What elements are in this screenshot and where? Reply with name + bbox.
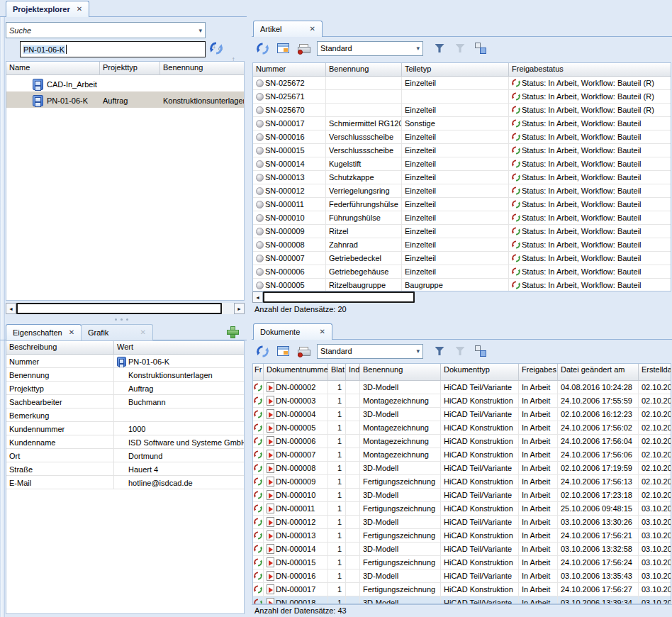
- column-header-blatt[interactable]: Blat: [328, 364, 346, 380]
- dokument-row[interactable]: DN-000010 1 3D-Modell HiCAD Teil/Variant…: [253, 489, 671, 502]
- tree-row[interactable]: CAD-In_Arbeit: [6, 75, 244, 91]
- dokument-row[interactable]: DN-000012 1 3D-Modell HiCAD Teil/Variant…: [253, 516, 671, 529]
- chevron-down-icon[interactable]: ▾: [416, 348, 420, 355]
- artikel-row[interactable]: SN-000017 Schmiermittel RG120 Sonstige S…: [253, 117, 671, 130]
- artikel-row[interactable]: SN-025670 Einzelteil Status: In Arbeit, …: [253, 104, 671, 117]
- property-row[interactable]: E-Mail hotline@isdcad.de: [6, 476, 244, 489]
- artikel-row[interactable]: SN-000014 Kugelstift Einzelteil Status: …: [253, 157, 671, 171]
- close-icon[interactable]: ✕: [320, 328, 325, 335]
- dokument-row[interactable]: DN-000017 1 Fertigungszeichnung HiCAD Ko…: [253, 583, 671, 596]
- search-combo[interactable]: Suche ▾: [6, 22, 206, 38]
- print-button[interactable]: [295, 343, 312, 360]
- close-icon[interactable]: ✕: [77, 6, 82, 13]
- print-button[interactable]: [295, 40, 312, 57]
- scroll-right-button[interactable]: ►: [234, 303, 245, 314]
- add-tab-button[interactable]: [227, 326, 237, 337]
- artikel-row[interactable]: SN-000012 Verriegelungsring Einzelteil S…: [253, 184, 671, 198]
- dokument-row[interactable]: DN-000008 1 3D-Modell HiCAD Teil/Variant…: [253, 462, 671, 475]
- dokument-row[interactable]: DN-000006 1 Montagezeichnung HiCAD Konst…: [253, 435, 671, 448]
- dokument-row[interactable]: DN-000016 1 3D-Modell HiCAD Teil/Variant…: [253, 569, 671, 583]
- close-icon[interactable]: ✕: [69, 329, 74, 336]
- dokument-row[interactable]: DN-000011 1 Fertigungszeichnung HiCAD Ko…: [253, 502, 671, 516]
- close-icon[interactable]: ✕: [310, 26, 315, 33]
- dokument-row[interactable]: DN-000007 1 Montagezeichnung HiCAD Konst…: [253, 448, 671, 462]
- column-header-dokumenttyp[interactable]: Dokumenttyp: [441, 364, 519, 380]
- column-header-benennung[interactable]: Benennung: [160, 62, 244, 74]
- dokument-row[interactable]: DN-000003 1 Montagezeichnung HiCAD Konst…: [253, 394, 671, 408]
- property-row[interactable]: Sachbearbeiter Buchmann: [6, 395, 244, 408]
- filter-button[interactable]: [431, 40, 448, 57]
- scrollbar-track[interactable]: [222, 303, 234, 314]
- artikel-row[interactable]: SN-000011 Federführungshülse Einzelteil …: [253, 198, 671, 211]
- tab-projektexplorer[interactable]: Projektexplorer ✕: [6, 1, 89, 17]
- refresh-button[interactable]: [210, 42, 223, 56]
- column-header-benennung[interactable]: Benennung: [360, 364, 441, 380]
- link-structure-button[interactable]: [472, 343, 489, 360]
- property-row[interactable]: Projekttyp Auftrag: [6, 382, 244, 395]
- scrollbar-thumb[interactable]: [16, 303, 222, 314]
- filter-button[interactable]: [431, 343, 448, 360]
- result-window-button[interactable]: [274, 40, 291, 57]
- dokument-row[interactable]: DN-000004 1 3D-Modell HiCAD Teil/Variant…: [253, 408, 671, 421]
- artikel-row[interactable]: SN-000005 Ritzelbaugruppe Baugruppe Stat…: [253, 279, 671, 291]
- property-row[interactable]: Kundenname ISD Software und Systeme GmbH: [6, 435, 244, 449]
- artikel-row[interactable]: SN-025672 Einzelteil Status: In Arbeit, …: [253, 77, 671, 90]
- scrollbar-thumb[interactable]: [263, 291, 415, 303]
- column-header-name[interactable]: Name: [6, 62, 100, 74]
- artikel-row[interactable]: SN-000006 Getriebegehäuse Einzelteil Sta…: [253, 265, 671, 279]
- close-icon[interactable]: ✕: [140, 329, 146, 336]
- column-header-freigabestatus[interactable]: Freigabestatus: [509, 63, 671, 76]
- artikel-row[interactable]: SN-000015 Verschlussscheibe Einzelteil S…: [253, 144, 671, 157]
- column-header-teiletyp[interactable]: Teiletyp: [402, 63, 509, 76]
- dokument-row[interactable]: DN-000015 1 Fertigungszeichnung HiCAD Ko…: [253, 556, 671, 569]
- dokument-row[interactable]: DN-000014 1 3D-Modell HiCAD Teil/Variant…: [253, 543, 671, 556]
- column-header-dokumentnummer[interactable]: Dokumentnummer: [264, 364, 328, 380]
- column-header-benennung[interactable]: Benennung: [326, 63, 402, 76]
- refresh-button[interactable]: [254, 343, 271, 360]
- tree-row[interactable]: PN-01-06-K Auftrag Konstruktionsunterlag…: [6, 91, 244, 108]
- tree-horizontal-scrollbar[interactable]: ◄ ►: [6, 303, 245, 314]
- artikel-horizontal-scrollbar[interactable]: ◄: [252, 291, 422, 303]
- search-input[interactable]: PN-01-06-K: [20, 41, 206, 57]
- dokument-row[interactable]: DN-000002 1 3D-Modell HiCAD Teil/Variant…: [253, 381, 671, 394]
- clear-filter-button[interactable]: [452, 40, 469, 57]
- refresh-button[interactable]: [254, 40, 271, 57]
- horizontal-splitter-grip[interactable]: [115, 318, 117, 321]
- column-header-index[interactable]: Ind: [346, 364, 360, 380]
- scroll-left-button[interactable]: ◄: [6, 303, 16, 314]
- column-header-freigabe-icon[interactable]: Fr: [253, 364, 264, 380]
- column-header-beschreibung[interactable]: Beschreibung: [6, 341, 114, 354]
- link-structure-button[interactable]: [472, 40, 489, 57]
- property-row[interactable]: Ort Dortmund: [6, 449, 244, 462]
- artikel-row[interactable]: SN-000016 Verschlussscheibe Einzelteil S…: [253, 130, 671, 144]
- result-view-combo[interactable]: Standard ▾: [317, 344, 423, 359]
- artikel-row[interactable]: SN-025671 Status: In Arbeit, Workflow: B…: [253, 90, 671, 104]
- property-row[interactable]: Nummer PN-01-06-K: [6, 355, 244, 368]
- dokument-row[interactable]: DN-000005 1 Montagezeichnung HiCAD Konst…: [253, 421, 671, 435]
- tab-eigenschaften[interactable]: Eigenschaften ✕: [6, 324, 82, 340]
- tab-artikel[interactable]: Artikel ✕: [253, 21, 323, 37]
- chevron-down-icon[interactable]: ▾: [198, 27, 202, 34]
- artikel-row[interactable]: SN-000010 Führungshülse Einzelteil Statu…: [253, 211, 671, 225]
- property-row[interactable]: Kundennummer 1000: [6, 422, 244, 435]
- column-header-projekttyp[interactable]: Projekttyp: [100, 62, 160, 74]
- artikel-row[interactable]: SN-000007 Getriebedeckel Einzelteil Stat…: [253, 252, 671, 265]
- result-window-button[interactable]: [274, 343, 291, 360]
- clear-filter-button[interactable]: [452, 343, 469, 360]
- dokument-row[interactable]: DN-000009 1 Fertigungszeichnung HiCAD Ko…: [253, 475, 671, 489]
- artikel-row[interactable]: SN-000008 Zahnrad Einzelteil Status: In …: [253, 238, 671, 252]
- scroll-left-button[interactable]: ◄: [252, 291, 263, 303]
- result-view-combo[interactable]: Standard ▾: [317, 41, 423, 56]
- column-header-nummer[interactable]: Nummer: [253, 63, 326, 76]
- column-header-wert[interactable]: Wert: [114, 341, 244, 354]
- property-row[interactable]: Straße Hauert 4: [6, 462, 244, 476]
- property-row[interactable]: Bemerkung: [6, 408, 244, 422]
- dokument-row[interactable]: DN-000018 1 3D-Modell HiCAD Teil/Variant…: [253, 596, 671, 604]
- column-header-geaendert[interactable]: Datei geändert am: [558, 364, 639, 380]
- artikel-row[interactable]: SN-000009 Ritzel Einzelteil Status: In A…: [253, 225, 671, 238]
- artikel-row[interactable]: SN-000013 Schutzkappe Einzelteil Status:…: [253, 171, 671, 184]
- chevron-down-icon[interactable]: ▾: [416, 45, 420, 52]
- column-header-erstelldatum[interactable]: Erstelldat: [639, 364, 671, 380]
- tab-dokumente[interactable]: Dokumente ✕: [253, 323, 332, 340]
- dokument-row[interactable]: DN-000013 1 Fertigungszeichnung HiCAD Ko…: [253, 529, 671, 543]
